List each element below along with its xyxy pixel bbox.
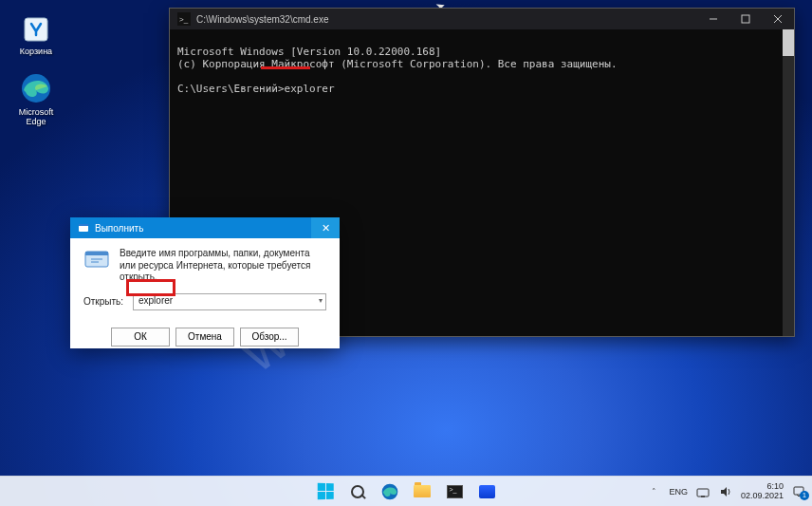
cmd-titlebar[interactable]: >_ C:\Windows\system32\cmd.exe xyxy=(170,9,794,29)
svg-rect-9 xyxy=(79,224,88,226)
svg-rect-11 xyxy=(85,252,108,255)
language-indicator[interactable]: ENG xyxy=(669,484,688,499)
close-button[interactable]: ✕ xyxy=(311,217,340,238)
edge-icon xyxy=(18,70,54,106)
maximize-button[interactable] xyxy=(729,9,762,29)
taskbar-center xyxy=(311,478,501,505)
run-icon xyxy=(78,222,89,234)
icon-label: Microsoft Edge xyxy=(8,108,65,127)
cmd-line: Microsoft Windows [Version 10.0.22000.16… xyxy=(177,46,441,58)
notifications-button[interactable] xyxy=(791,484,806,499)
cancel-button[interactable]: Отмена xyxy=(175,328,234,347)
taskbar-tray: ˄ ENG 6:10 02.09.2021 xyxy=(646,482,806,501)
minimize-button[interactable] xyxy=(697,9,729,29)
start-button[interactable] xyxy=(311,478,340,505)
tray-overflow[interactable]: ˄ xyxy=(646,484,661,499)
svg-rect-13 xyxy=(697,489,709,497)
taskbar-cmd[interactable] xyxy=(440,478,469,505)
taskbar-edge[interactable] xyxy=(376,478,404,505)
scrollbar-track[interactable] xyxy=(783,29,794,336)
highlight-underline xyxy=(261,66,310,69)
icon-label: Корзина xyxy=(8,47,65,57)
app-icon xyxy=(479,485,495,498)
cmd-icon: >_ xyxy=(177,12,191,26)
recycle-bin[interactable]: Корзина xyxy=(8,9,65,57)
search-icon xyxy=(351,485,364,498)
taskbar-app[interactable] xyxy=(472,478,501,505)
clock-date: 02.09.2021 xyxy=(741,492,784,501)
close-button[interactable] xyxy=(762,9,794,29)
run-description: Введите имя программы, папки, документа … xyxy=(120,248,326,284)
ok-button[interactable]: ОК xyxy=(111,328,170,347)
clock[interactable]: 6:10 02.09.2021 xyxy=(741,482,784,501)
edge-browser[interactable]: Microsoft Edge xyxy=(8,70,65,127)
cmd-prompt: C:\Users\Евгений> xyxy=(177,83,285,95)
run-input[interactable]: explorer ▾ xyxy=(133,293,326,310)
svg-rect-5 xyxy=(742,15,749,23)
cmd-line: (c) Корпорация Майкрософт (Microsoft Cor… xyxy=(177,58,618,70)
folder-icon xyxy=(414,485,431,497)
taskbar: ˄ ENG 6:10 02.09.2021 xyxy=(0,476,812,506)
svg-text:>_: >_ xyxy=(179,15,189,24)
cmd-icon xyxy=(447,485,463,498)
taskbar-explorer[interactable] xyxy=(408,478,436,505)
run-titlebar[interactable]: Выполнить ✕ xyxy=(70,217,340,238)
browse-button[interactable]: Обзор... xyxy=(240,328,299,347)
desktop-icons: Корзина Microsoft Edge xyxy=(8,9,65,141)
volume-icon[interactable] xyxy=(718,484,733,499)
scrollbar-thumb[interactable] xyxy=(783,29,794,56)
cmd-title: C:\Windows\system32\cmd.exe xyxy=(196,14,697,25)
run-open-label: Открыть: xyxy=(83,296,125,307)
run-app-icon xyxy=(83,248,110,271)
run-input-value: explorer xyxy=(138,295,173,306)
search-button[interactable] xyxy=(343,478,372,505)
run-dialog: Выполнить ✕ Введите имя программы, папки… xyxy=(70,217,340,348)
run-title: Выполнить xyxy=(95,223,311,234)
cmd-command: explorer xyxy=(285,83,335,95)
svg-rect-15 xyxy=(794,487,803,495)
recycle-bin-icon xyxy=(18,9,54,46)
chevron-down-icon[interactable]: ▾ xyxy=(319,296,323,305)
windows-icon xyxy=(317,483,333,500)
run-body: Введите имя программы, папки, документа … xyxy=(70,238,340,356)
desktop: ➤ windowstips.ru Корзина Microsoft Edge … xyxy=(0,0,812,506)
edge-icon xyxy=(380,482,399,501)
network-icon[interactable] xyxy=(695,484,710,499)
